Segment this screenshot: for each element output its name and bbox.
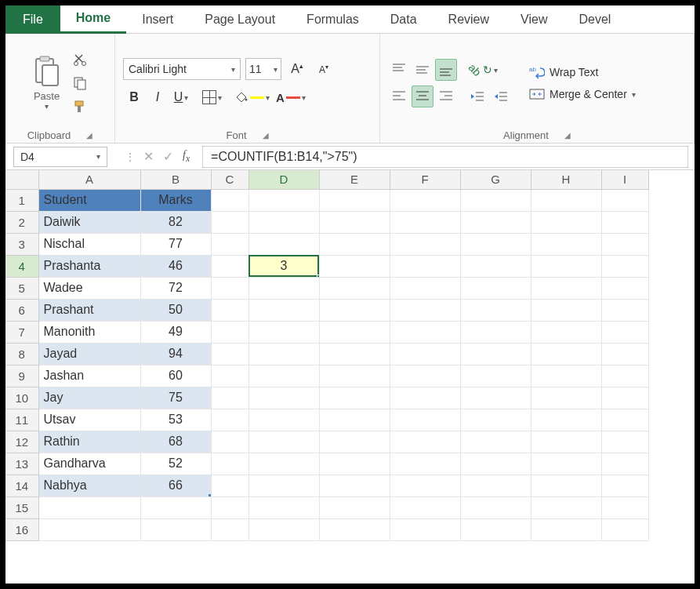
cell-I11[interactable] — [601, 409, 648, 431]
cell-I16[interactable] — [601, 518, 648, 540]
cell-G10[interactable] — [460, 387, 531, 409]
borders-button[interactable]: ▾ — [200, 86, 224, 108]
tab-developer[interactable]: Devel — [563, 5, 626, 34]
cell-F6[interactable] — [390, 299, 460, 321]
cell-A4[interactable]: Prashanta — [38, 255, 140, 277]
cell-A9[interactable]: Jashan — [38, 365, 140, 387]
cell-G11[interactable] — [460, 409, 531, 431]
cell-H14[interactable] — [531, 474, 601, 496]
tab-page-layout[interactable]: Page Layout — [189, 5, 291, 34]
table-resize-handle[interactable] — [209, 494, 212, 497]
cell-H13[interactable] — [531, 453, 601, 474]
cell-B1[interactable]: Marks — [140, 189, 211, 211]
cell-C12[interactable] — [211, 431, 248, 453]
cell-I12[interactable] — [601, 431, 648, 453]
cell-D1[interactable] — [248, 189, 319, 211]
cell-A12[interactable]: Rathin — [38, 431, 140, 453]
cell-I6[interactable] — [601, 299, 648, 321]
cell-E1[interactable] — [319, 189, 390, 211]
cell-F13[interactable] — [390, 453, 460, 474]
cell-D5[interactable] — [248, 277, 319, 299]
row-header-6[interactable]: 6 — [5, 299, 38, 321]
cell-F2[interactable] — [390, 211, 460, 233]
cell-C3[interactable] — [211, 233, 248, 255]
cell-D6[interactable] — [248, 299, 319, 321]
cell-H5[interactable] — [531, 277, 601, 299]
alignment-launcher-icon[interactable]: ◢ — [564, 131, 571, 140]
tab-review[interactable]: Review — [433, 5, 505, 34]
cell-D7[interactable] — [248, 321, 319, 343]
decrease-indent-button[interactable] — [466, 85, 488, 107]
cell-H7[interactable] — [531, 321, 601, 343]
cell-B10[interactable]: 75 — [140, 387, 211, 409]
cell-G8[interactable] — [460, 343, 531, 365]
cell-I1[interactable] — [601, 189, 648, 211]
cell-F10[interactable] — [390, 387, 460, 409]
column-header-F[interactable]: F — [390, 170, 460, 189]
cell-B9[interactable]: 60 — [140, 365, 211, 387]
increase-indent-button[interactable] — [490, 85, 512, 107]
cell-H11[interactable] — [531, 409, 601, 431]
cell-H10[interactable] — [531, 387, 601, 409]
tab-view[interactable]: View — [505, 5, 563, 34]
cell-A14[interactable]: Nabhya — [38, 474, 140, 496]
cell-D13[interactable] — [248, 453, 319, 474]
cell-F11[interactable] — [390, 409, 460, 431]
cell-F4[interactable] — [390, 255, 460, 277]
row-header-8[interactable]: 8 — [5, 343, 38, 365]
column-header-D[interactable]: D — [248, 170, 319, 189]
row-header-5[interactable]: 5 — [5, 277, 38, 299]
cell-E10[interactable] — [319, 387, 390, 409]
cell-G14[interactable] — [460, 474, 531, 496]
cell-I2[interactable] — [601, 211, 648, 233]
merge-center-button[interactable]: Merge & Center ▾ — [524, 85, 640, 104]
cell-B4[interactable]: 46 — [140, 255, 211, 277]
cell-A6[interactable]: Prashant — [38, 299, 140, 321]
cell-C6[interactable] — [211, 299, 248, 321]
enter-formula-button[interactable]: ✓ — [163, 149, 173, 164]
column-header-H[interactable]: H — [531, 170, 601, 189]
row-header-10[interactable]: 10 — [5, 387, 38, 409]
cell-B3[interactable]: 77 — [140, 233, 211, 255]
italic-button[interactable]: I — [147, 86, 169, 108]
cell-D8[interactable] — [248, 343, 319, 365]
cell-E11[interactable] — [319, 409, 390, 431]
column-header-G[interactable]: G — [460, 170, 531, 189]
cell-C5[interactable] — [211, 277, 248, 299]
column-header-I[interactable]: I — [601, 170, 648, 189]
orientation-button[interactable]: ab↻ ▾ — [466, 59, 500, 81]
tab-data[interactable]: Data — [375, 5, 433, 34]
cell-E6[interactable] — [319, 299, 390, 321]
column-header-A[interactable]: A — [38, 170, 140, 189]
cell-A13[interactable]: Gandharva — [38, 453, 140, 474]
select-all-corner[interactable] — [5, 170, 38, 189]
tab-home[interactable]: Home — [60, 5, 126, 34]
cell-C4[interactable] — [211, 255, 248, 277]
cell-H15[interactable] — [531, 496, 601, 518]
cell-E15[interactable] — [319, 496, 390, 518]
cell-D15[interactable] — [248, 496, 319, 518]
cell-I8[interactable] — [601, 343, 648, 365]
row-header-3[interactable]: 3 — [5, 233, 38, 255]
formula-input[interactable]: =COUNTIF(B1:B14,">75") — [202, 146, 688, 168]
cell-D3[interactable] — [248, 233, 319, 255]
cell-A7[interactable]: Manonith — [38, 321, 140, 343]
cell-B16[interactable] — [140, 518, 211, 540]
cell-G2[interactable] — [460, 211, 531, 233]
cell-F7[interactable] — [390, 321, 460, 343]
cell-H6[interactable] — [531, 299, 601, 321]
paste-button[interactable]: Paste ▾ — [31, 56, 63, 111]
cell-C9[interactable] — [211, 365, 248, 387]
row-header-9[interactable]: 9 — [5, 365, 38, 387]
row-header-1[interactable]: 1 — [5, 189, 38, 211]
cell-G12[interactable] — [460, 431, 531, 453]
cell-G15[interactable] — [460, 496, 531, 518]
wrap-text-button[interactable]: ab Wrap Text — [524, 63, 640, 82]
cell-E14[interactable] — [319, 474, 390, 496]
align-middle-button[interactable] — [412, 59, 433, 81]
row-header-15[interactable]: 15 — [5, 496, 38, 518]
tab-insert[interactable]: Insert — [126, 5, 189, 34]
align-right-button[interactable] — [435, 85, 457, 107]
cell-F14[interactable] — [390, 474, 460, 496]
cell-B6[interactable]: 50 — [140, 299, 211, 321]
